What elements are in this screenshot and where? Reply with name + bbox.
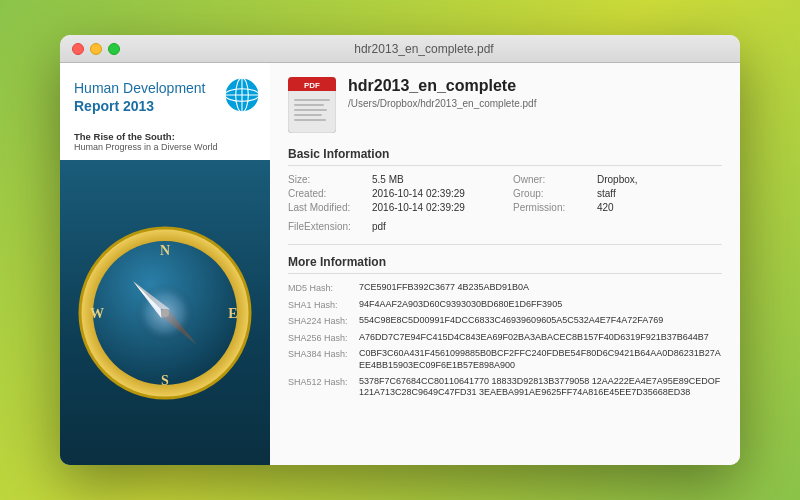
permission-row: Permission: 420 [513,202,722,213]
sha1-row: SHA1 Hash: 94F4AAF2A903D60C9393030BD680E… [288,299,722,312]
pdf-title-bold: Report 2013 [74,98,154,114]
svg-rect-21 [294,104,324,106]
sha256-value: A76DD7C7E94FC415D4C843EA69F02BA3ABACEC8B… [359,332,709,345]
svg-text:S: S [161,373,169,388]
subtitle-line1: The Rise of the South: [74,131,256,142]
file-path: /Users/Dropbox/hdr2013_en_complete.pdf [348,98,722,109]
basic-info-title: Basic Information [288,147,722,166]
owner-value: Dropbox, [597,174,638,185]
pdf-file-icon: PDF [288,77,336,133]
subtitle-line2: Human Progress in a Diverse World [74,142,256,152]
compass-svg: N S W E [75,223,255,403]
modified-value: 2016-10-14 02:39:29 [372,202,465,213]
svg-rect-22 [294,109,327,111]
sha384-label: SHA384 Hash: [288,348,353,371]
undp-logo [224,77,260,113]
file-info-main: hdr2013_en_complete /Users/Dropbox/hdr20… [348,77,722,109]
svg-text:N: N [160,243,170,258]
sha224-row: SHA224 Hash: 554C98E8C5D00991F4DCC6833C4… [288,315,722,328]
permission-value: 420 [597,202,614,213]
svg-point-15 [161,309,169,317]
sha256-label: SHA256 Hash: [288,332,353,345]
sha384-row: SHA384 Hash: C0BF3C60A431F4561099885B0BC… [288,348,722,371]
sha512-value: 5378F7C67684CC80110641770 18833D92813B37… [359,376,722,399]
size-row: Size: 5.5 MB [288,174,497,185]
titlebar: hdr2013_en_complete.pdf [60,35,740,63]
md5-label: MD5 Hash: [288,282,353,295]
pdf-subtitle: The Rise of the South: Human Progress in… [60,125,270,160]
right-panel[interactable]: PDF hdr2013_en_complete /Users/Dropbox/h… [270,63,740,465]
hash-section: MD5 Hash: 7CE5901FFB392C3677 4B235ABD91B… [288,282,722,399]
sha1-value: 94F4AAF2A903D60C9393030BD680E1D6FF3905 [359,299,562,312]
main-window: hdr2013_en_complete.pdf Human Developmen… [60,35,740,465]
created-label: Created: [288,188,368,199]
svg-text:PDF: PDF [304,81,320,90]
basic-info-grid: Size: 5.5 MB Owner: Dropbox, Created: 20… [288,174,722,213]
ext-row: FileExtension: pdf [288,221,722,232]
size-value: 5.5 MB [372,174,404,185]
svg-text:E: E [228,306,237,321]
svg-rect-24 [294,119,326,121]
permission-label: Permission: [513,202,593,213]
pdf-cover-panel: Human Development Report 2013 The Rise o… [60,63,270,465]
window-title: hdr2013_en_complete.pdf [120,42,728,56]
minimize-button[interactable] [90,43,102,55]
sha1-label: SHA1 Hash: [288,299,353,312]
md5-value: 7CE5901FFB392C3677 4B235ABD91B0A [359,282,529,295]
owner-row: Owner: Dropbox, [513,174,722,185]
compass-area: N S W E [60,160,270,465]
sha224-value: 554C98E8C5D00991F4DCC6833C46939609605A5C… [359,315,663,328]
svg-rect-20 [294,99,330,101]
ext-value: pdf [372,221,386,232]
content-area: Human Development Report 2013 The Rise o… [60,63,740,465]
ext-label: FileExtension: [288,221,368,232]
more-info-title: More Information [288,255,722,274]
created-value: 2016-10-14 02:39:29 [372,188,465,199]
size-label: Size: [288,174,368,185]
modified-label: Last Modified: [288,202,368,213]
sha224-label: SHA224 Hash: [288,315,353,328]
sha512-label: SHA512 Hash: [288,376,353,399]
group-row: Group: staff [513,188,722,199]
sha256-row: SHA256 Hash: A76DD7C7E94FC415D4C843EA69F… [288,332,722,345]
file-header: PDF hdr2013_en_complete /Users/Dropbox/h… [288,77,722,133]
group-value: staff [597,188,616,199]
close-button[interactable] [72,43,84,55]
owner-label: Owner: [513,174,593,185]
traffic-lights [72,43,120,55]
file-name: hdr2013_en_complete [348,77,722,95]
divider [288,244,722,245]
sha512-row: SHA512 Hash: 5378F7C67684CC80110641770 1… [288,376,722,399]
svg-text:W: W [90,306,104,321]
created-row: Created: 2016-10-14 02:39:29 [288,188,497,199]
modified-row: Last Modified: 2016-10-14 02:39:29 [288,202,497,213]
group-label: Group: [513,188,593,199]
md5-row: MD5 Hash: 7CE5901FFB392C3677 4B235ABD91B… [288,282,722,295]
svg-rect-23 [294,114,322,116]
sha384-value: C0BF3C60A431F4561099885B0BCF2FFC240FDBE5… [359,348,722,371]
maximize-button[interactable] [108,43,120,55]
